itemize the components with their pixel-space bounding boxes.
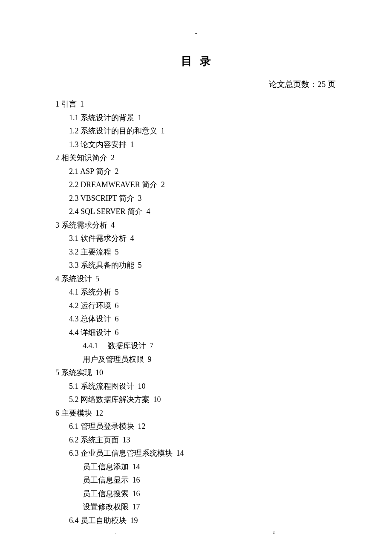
- toc-entry-page: 10: [152, 395, 161, 404]
- toc-entry-title: 员工自助模块: [81, 516, 127, 525]
- toc-entry-page: 2: [159, 180, 165, 189]
- toc-entry-number: 2.2: [69, 180, 79, 189]
- toc-entry-number: 1.2: [69, 127, 79, 135]
- toc-entry-page: 7: [148, 341, 153, 350]
- toc-entry-title: 引言: [61, 100, 77, 108]
- toc-entry-title: 网络数据库解决方案: [81, 395, 150, 404]
- toc-entry-number: 6: [55, 409, 59, 417]
- toc-entry-page: 17: [131, 503, 140, 511]
- toc-entry: 3.2 主要流程 5: [55, 246, 337, 259]
- toc-entry: 1.2 系统设计的目的和意义 1: [55, 124, 337, 138]
- toc-entry: 6.3 企业员工信息管理系统模块 14: [55, 447, 337, 460]
- toc-entry-number: 1.1: [69, 113, 79, 122]
- toc-entry-page: 4: [109, 221, 115, 229]
- toc-entry-title: 系统设计: [61, 275, 92, 283]
- toc-entry-title: 管理员登录模块: [81, 422, 134, 431]
- header-dash: -: [55, 30, 337, 37]
- toc-entry-page: 6: [113, 315, 119, 323]
- page-count-label: 论文总页数：25 页: [55, 79, 337, 90]
- toc-entry-title: 员工信息显示: [83, 476, 129, 484]
- toc-entry-number: 6.2: [69, 436, 79, 444]
- toc-entry: 4.4.1 数据库设计 7: [55, 339, 337, 353]
- toc-entry-page: 5: [94, 275, 99, 283]
- toc-entry: 2.1 ASP 简介 2: [55, 165, 337, 179]
- toc-entry-number: 6.4: [69, 516, 79, 525]
- toc-entry-page: 16: [131, 489, 140, 498]
- toc-entry: 4.2 运行环境 6: [55, 299, 337, 313]
- toc-entry-number: 1: [55, 100, 59, 108]
- toc-entry: 2.4 SQL SERVER 简介 4: [55, 205, 337, 219]
- toc-entry-number: 4.4: [69, 328, 79, 337]
- toc-entry-title: 系统分析: [81, 288, 111, 296]
- toc-entry-title: 论文内容安排: [81, 140, 127, 149]
- toc-entry-page: 2: [113, 167, 118, 176]
- toc-entry-page: 1: [136, 113, 142, 122]
- footer-right: z: [273, 529, 275, 536]
- toc-entry-title: 数据库设计: [100, 341, 146, 350]
- toc-entry: 5 系统实现 10: [55, 366, 337, 380]
- toc-entry-number: 6.3: [69, 449, 79, 457]
- toc-entry: 3.1 软件需求分析 4: [55, 232, 337, 246]
- toc-entry-number: 5: [55, 368, 59, 377]
- toc-entry: 6.4 员工自助模块 19: [55, 514, 337, 528]
- toc-entry-page: 14: [131, 462, 140, 471]
- toc-entry-number: 4.3: [69, 315, 79, 323]
- toc-entry-page: 1: [159, 127, 165, 135]
- toc-entry: 1.3 论文内容安排 1: [55, 138, 337, 152]
- toc-entry: 3.3 系统具备的功能 5: [55, 259, 337, 272]
- toc-entry-page: 4: [144, 207, 150, 216]
- toc-entry-number: 2.4: [69, 207, 79, 216]
- toc-entry-number: 5.2: [69, 395, 79, 404]
- toc-entry-title: 设置修改权限: [83, 503, 129, 511]
- toc-entry-page: 9: [146, 355, 152, 364]
- toc-entry: 4.4 详细设计 6: [55, 326, 337, 340]
- toc-entry-number: 4.1: [69, 288, 79, 296]
- toc-entry-number: 5.1: [69, 382, 79, 390]
- toc-entry-page: 12: [94, 409, 103, 417]
- document-page: - 目录 论文总页数：25 页 1 引言 11.1 系统设计的背景 11.2 系…: [0, 0, 392, 553]
- toc-entry-number: 3.1: [69, 234, 79, 243]
- toc-entry-title: 系统流程图设计: [81, 382, 134, 390]
- toc-entry-title: 运行环境: [81, 301, 111, 310]
- toc-entry-number: 3.2: [69, 248, 79, 256]
- toc-entry: 3 系统需求分析 4: [55, 219, 337, 232]
- toc-entry-page: 4: [129, 234, 134, 243]
- toc-entry-title: 相关知识简介: [61, 153, 107, 162]
- toc-entry-page: 16: [131, 476, 140, 484]
- toc-entry-number: 2.3: [69, 194, 79, 202]
- toc-entry-title: 系统具备的功能: [81, 261, 134, 269]
- toc-entry: 1.1 系统设计的背景 1: [55, 111, 337, 125]
- toc-entry-title: VBSCRIPT 简介: [81, 194, 134, 202]
- toc-entry-number: 3.3: [69, 261, 79, 269]
- toc-entry-number: 6.1: [69, 422, 79, 431]
- toc-entry: 2.2 DREAMWEAVER 简介 2: [55, 178, 337, 192]
- toc-entry: 用户及管理员权限 9: [55, 353, 337, 367]
- toc-entry-page: 6: [113, 328, 119, 337]
- toc-entry-page: 14: [175, 449, 184, 457]
- toc-entry-page: 10: [94, 368, 103, 377]
- toc-entry: 员工信息添加 14: [55, 460, 337, 474]
- toc-entry-title: 用户及管理员权限: [83, 355, 144, 364]
- toc-entry-title: 企业员工信息管理系统模块: [81, 449, 173, 457]
- toc-entry-number: 4.4.1: [83, 341, 98, 350]
- toc-entry: 4.1 系统分析 5: [55, 286, 337, 299]
- toc-entry-number: 3: [55, 221, 59, 229]
- toc-entry-page: 3: [136, 194, 141, 202]
- toc-entry-page: 19: [129, 516, 138, 525]
- toc-entry-page: 13: [121, 436, 130, 444]
- toc-entry-page: 10: [136, 382, 146, 390]
- toc-entry-page: 5: [136, 261, 142, 269]
- toc-entry-number: 2.1: [69, 167, 79, 176]
- toc-list: 1 引言 11.1 系统设计的背景 11.2 系统设计的目的和意义 11.3 论…: [55, 98, 337, 527]
- toc-entry-title: DREAMWEAVER 简介: [81, 180, 157, 189]
- toc-entry-title: ASP 简介: [80, 167, 111, 176]
- toc-entry-page: 1: [129, 140, 134, 149]
- toc-entry: 2 相关知识简介 2: [55, 151, 337, 165]
- toc-entry: 5.2 网络数据库解决方案 10: [55, 393, 337, 407]
- toc-entry-page: 2: [109, 153, 115, 162]
- toc-entry: 设置修改权限 17: [55, 500, 337, 514]
- toc-entry-title: 系统需求分析: [61, 221, 107, 229]
- toc-entry-title: 系统设计的背景: [81, 113, 134, 122]
- toc-entry-page: 5: [113, 288, 119, 296]
- toc-entry-title: SQL SERVER 简介: [81, 207, 143, 216]
